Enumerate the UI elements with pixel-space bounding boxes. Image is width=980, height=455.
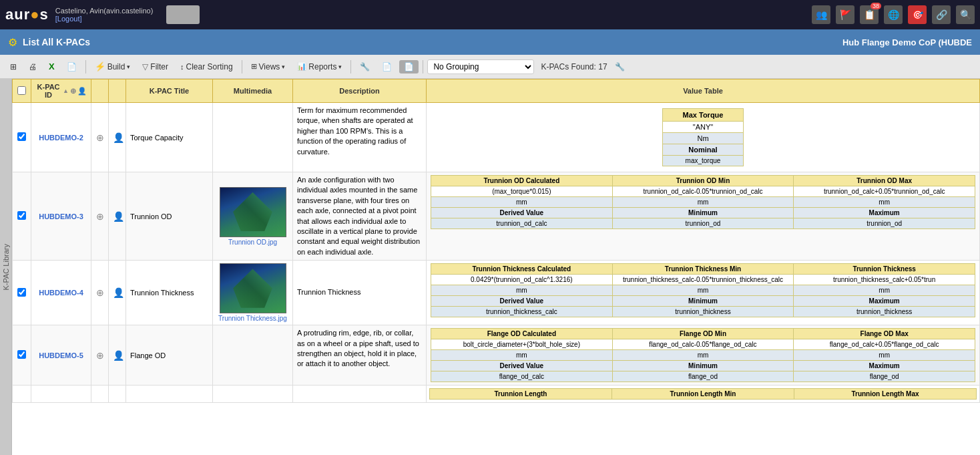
table-container[interactable]: K-PAC ID ▲ ⊕ 👤 K-PAC Title Multimedia [12,79,980,455]
vt-cell: trunnion_od [612,218,794,229]
vt-cell: Derived Value [431,361,613,371]
vt-cell: Derived Value [431,208,613,218]
views-button[interactable]: ⊞ Views ▾ [246,60,290,73]
vt-header: Trunnion Length Max [794,389,977,400]
col-add-icon[interactable]: ⊕ [70,87,76,96]
tool-icon3[interactable]: 📄 [399,60,419,73]
row-checkbox[interactable] [17,132,26,141]
kpac-title-cell [126,386,213,403]
col-header-kpac-id[interactable]: K-PAC ID ▲ ⊕ 👤 [31,80,91,103]
vt-cell: trunnion_thickness_calc [431,307,613,317]
kpac-id-link[interactable]: HUBDEMO-3 [39,212,83,220]
multimedia-image[interactable] [220,187,286,237]
col-filter-icon[interactable]: 👤 [77,87,87,96]
row-checkbox-cell[interactable] [13,103,31,172]
vt-cell: flange_od [612,371,794,382]
table-row: HUBDEMO-3 ⊕ 👤 Trunnion OD Trunnion OD.jp… [13,172,980,261]
search-box[interactable] [166,5,200,24]
top-header: aur●s Castelino, Avin(avin.castelino) [L… [0,0,980,29]
vt-header: Trunnion OD Calculated [431,176,613,186]
grouping-select[interactable]: No Grouping [427,59,534,74]
tool-icon2[interactable]: 📄 [377,60,397,73]
separator-3 [350,60,351,73]
row-checkbox-cell[interactable] [13,325,31,386]
multimedia-cell: Trunnion OD.jpg [213,172,293,261]
vt-cell: trunnion_thickness [794,307,975,317]
share-icon[interactable]: 🔗 [932,5,951,24]
search-icon[interactable]: 🔍 [956,5,975,24]
logout-link[interactable]: [Logout] [55,15,82,23]
vt-header: Trunnion Thickness Calculated [431,264,613,275]
vt-cell: max_torque [662,156,744,166]
row-checkbox-cell[interactable] [13,261,31,325]
col-header-checkbox[interactable] [13,80,31,103]
reports-button[interactable]: 📊 Reports ▾ [292,60,346,73]
multimedia-image[interactable] [220,263,286,313]
logo: aur●s [5,6,49,23]
multimedia-caption: Trunnion Thickness.jpg [217,315,288,322]
vt-cell: Nm [662,133,744,144]
description-cell [293,386,427,403]
row-checkbox[interactable] [17,350,26,359]
book-icon[interactable]: 📋38 [860,5,879,24]
flag-icon[interactable]: 🚩 [836,5,854,24]
row-checkbox[interactable] [17,211,26,220]
clear-sorting-button[interactable]: ↕ Clear Sorting [176,60,238,73]
vt-cell: flange_od_calc+0.05*flange_od_calc [794,339,975,350]
col-header-icon2 [109,80,126,103]
multimedia-cell [213,386,293,403]
kpac-id-cell: HUBDEMO-3 [31,172,91,261]
separator-4 [423,60,423,73]
build-button[interactable]: ⚡ Build ▾ [90,59,136,73]
kpac-library-sidebar[interactable]: K-PAC Library [0,79,12,455]
kpac-id-cell: HUBDEMO-5 [31,325,91,386]
value-table-inner: Flange OD Calculated Flange OD Min Flang… [431,328,975,382]
row-icon2-cell[interactable]: 👤 [109,325,126,386]
col-header-description[interactable]: Description [293,80,427,103]
vt-cell: Nominal [662,144,744,156]
multimedia-caption: Trunnion OD.jpg [217,239,288,246]
row-icon1-cell[interactable]: ⊕ [91,325,109,386]
globe-icon[interactable]: 🌐 [884,5,903,24]
row-icon2-cell [109,386,126,403]
vt-cell: Minimum [612,361,794,371]
tool-icon1[interactable]: 🔧 [355,60,375,73]
row-icon2-cell[interactable]: 👤 [109,103,126,172]
user-name: Castelino, Avin(avin.castelino) [55,7,154,15]
vt-header: Flange OD Min [612,329,794,339]
multimedia-cell [213,103,293,172]
row-icon1-cell[interactable]: ⊕ [91,261,109,325]
kpac-id-link[interactable]: HUBDEMO-4 [39,289,83,297]
kpac-id-link[interactable]: HUBDEMO-2 [39,134,83,142]
row-checkbox-cell[interactable] [13,386,31,403]
row-icon1-cell[interactable]: ⊕ [91,172,109,261]
separator-1 [85,60,86,73]
expand-button[interactable]: ⊞ [5,60,21,73]
col-header-value-table[interactable]: Value Table [427,80,980,103]
row-icon2-cell[interactable]: 👤 [109,261,126,325]
row-icon2-cell[interactable]: 👤 [109,172,126,261]
table-row: Trunnion Length Trunnion Length Min Trun… [13,386,980,403]
kpac-id-link[interactable]: HUBDEMO-5 [39,351,83,359]
target-icon[interactable]: 🎯 [908,5,927,24]
select-all-checkbox[interactable] [17,86,26,95]
filter-button[interactable]: ▽ Filter [138,60,173,73]
row-icon1-cell[interactable]: ⊕ [91,103,109,172]
kpac-title-cell: Flange OD [126,325,213,386]
print-button[interactable]: 🖨 [24,60,41,73]
row-checkbox-cell[interactable] [13,172,31,261]
col-header-kpac-title[interactable]: K-PAC Title [126,80,213,103]
kpac-id-cell: HUBDEMO-4 [31,261,91,325]
value-table-partial: Trunnion Length Trunnion Length Min Trun… [429,388,977,400]
copy-button[interactable]: 📄 [62,60,81,73]
row-checkbox[interactable] [17,288,26,297]
page-title-bar: ⚙ List All K-PACs Hub Flange Demo CoP (H… [0,29,980,55]
vt-header: Trunnion OD Min [612,176,794,186]
excel-button[interactable]: X [44,59,59,73]
vt-cell: mm [431,285,613,296]
row-icon1-cell [91,386,109,403]
vt-cell: Maximum [794,208,975,218]
col-header-multimedia[interactable]: Multimedia [213,80,293,103]
settings-wrench-button[interactable]: 🔧 [610,60,630,73]
people-icon[interactable]: 👥 [812,5,830,24]
